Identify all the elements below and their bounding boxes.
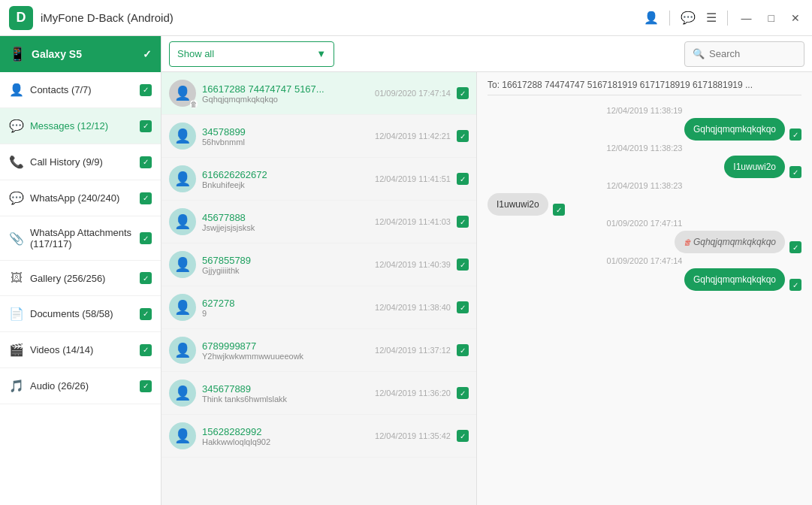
call-history-icon: 📞 (9, 155, 24, 169)
message-item-2[interactable]: 👤 34578899 56hvbnmml 12/04/2019 11:42:21… (161, 115, 476, 158)
filter-bar: Show all ▼ 🔍 (161, 36, 812, 72)
msg-avatar-5: 👤 (169, 251, 196, 278)
minimize-button[interactable]: — (738, 11, 755, 26)
chat-row-4: Gqhqjqmqmkqkqkqo ✓ (488, 268, 801, 291)
msg-avatar-9: 👤 (169, 422, 196, 449)
sidebar-check-whatsapp: ✓ (140, 192, 152, 204)
chat-cb-0[interactable]: ✓ (789, 129, 801, 141)
msg-name-7: 6789999877 (202, 340, 369, 352)
window-controls: 👤 💬 ☰ — □ ✕ (644, 11, 803, 26)
sidebar-items-list: 👤 Contacts (7/7) ✓ 💬 Messages (12/12) ✓ … (0, 72, 161, 505)
sidebar-check-messages: ✓ (140, 120, 152, 132)
maximize-button[interactable]: □ (765, 11, 777, 26)
sidebar-label-whatsapp: WhatsApp (240/240) (30, 192, 134, 204)
chat-panel: To: 16617288 74474747 5167181919 6171718… (477, 72, 812, 505)
message-item-1[interactable]: 👤🗑 16617288 74474747 5167... Gqhqjqmqmkq… (161, 72, 476, 115)
msg-name-2: 34578899 (202, 126, 369, 138)
chat-cb-4[interactable]: ✓ (789, 279, 801, 292)
msg-name-1: 16617288 74474747 5167... (202, 83, 369, 95)
msg-time-7: 12/04/2019 11:37:12 (375, 346, 451, 355)
msg-check-7[interactable]: ✓ (457, 344, 469, 357)
sidebar-label-contacts: Contacts (7/7) (30, 84, 134, 95)
chat-cb-1[interactable]: ✓ (789, 166, 801, 179)
sidebar-label-gallery: Gallery (256/256) (30, 273, 134, 284)
sidebar-item-videos[interactable]: 🎬 Videos (14/14) ✓ (0, 332, 161, 368)
msg-check-3[interactable]: ✓ (457, 173, 469, 186)
msg-name-8: 345677889 (202, 383, 369, 395)
contacts-icon: 👤 (9, 83, 24, 97)
sidebar-item-whatsapp-att[interactable]: 📎 WhatsApp Attachments (117/117) ✓ (0, 216, 161, 261)
msg-check-8[interactable]: ✓ (457, 387, 469, 400)
msg-time-2: 12/04/2019 11:42:21 (375, 132, 451, 141)
chat-bubble-2: I1uwuwi2o (488, 193, 548, 216)
message-item-8[interactable]: 👤 345677889 Think tanks6hwmlslakk 12/04/… (161, 372, 476, 415)
msg-body-7: 6789999877 Y2hwjkwkwmmwwuueeowk (202, 340, 369, 361)
content-area: Show all ▼ 🔍 👤🗑 16617288 74474747 5167..… (161, 36, 812, 505)
msg-name-6: 627278 (202, 298, 369, 309)
chat-to-header: To: 16617288 74474747 5167181919 6171718… (488, 80, 801, 95)
message-item-6[interactable]: 👤 627278 9 12/04/2019 11:38:40 ✓ (161, 286, 476, 329)
chat-cb-3[interactable]: ✓ (789, 241, 801, 254)
menu-icon[interactable]: ☰ (706, 11, 717, 25)
sidebar-item-contacts[interactable]: 👤 Contacts (7/7) ✓ (0, 72, 161, 108)
sidebar-check-videos: ✓ (140, 344, 152, 356)
close-button[interactable]: ✕ (788, 11, 803, 26)
sidebar-check-audio: ✓ (140, 380, 152, 392)
chat-timestamp-4: 01/09/2020 17:47:14 (488, 256, 801, 265)
msg-body-6: 627278 9 (202, 298, 369, 318)
message-item-4[interactable]: 👤 45677888 Jswjjejsjsjsksk 12/04/2019 11… (161, 201, 476, 243)
message-item-5[interactable]: 👤 567855789 Gjjygiiiithk 12/04/2019 11:4… (161, 243, 476, 286)
msg-preview-4: Jswjjejsjsjsksk (202, 223, 369, 232)
msg-check-6[interactable]: ✓ (457, 301, 469, 314)
sidebar-label-documents: Documents (58/58) (30, 308, 134, 319)
message-item-3[interactable]: 👤 616626262672 Bnkuhifeejk 12/04/2019 11… (161, 158, 476, 201)
msg-avatar-4: 👤 (169, 208, 196, 235)
msg-body-4: 45677888 Jswjjejsjsjsksk (202, 212, 369, 232)
msg-avatar-3: 👤 (169, 165, 196, 192)
msg-time-4: 12/04/2019 11:41:03 (375, 217, 451, 226)
msg-preview-9: Hakkwwloqlqlq902 (202, 437, 369, 446)
chat-icon[interactable]: 💬 (681, 11, 696, 25)
deleted-icon-3: 🗑 (684, 238, 693, 246)
chat-cb-2[interactable]: ✓ (553, 204, 565, 216)
sidebar-check-gallery: ✓ (140, 272, 152, 284)
msg-preview-8: Think tanks6hwmlslakk (202, 395, 369, 404)
sidebar-check-call-history: ✓ (140, 156, 152, 168)
message-item-7[interactable]: 👤 6789999877 Y2hwjkwkwmmwwuueeowk 12/04/… (161, 329, 476, 372)
sidebar-check-whatsapp-att: ✓ (140, 232, 152, 244)
msg-check-1[interactable]: ✓ (457, 87, 469, 100)
msg-name-4: 45677888 (202, 212, 369, 223)
msg-body-3: 616626262672 Bnkuhifeejk (202, 169, 369, 189)
chat-bubble-0: Gqhqjqmqmkqkqkqo (684, 118, 785, 141)
sidebar-item-messages[interactable]: 💬 Messages (12/12) ✓ (0, 108, 161, 144)
account-icon[interactable]: 👤 (644, 11, 659, 25)
message-item-9[interactable]: 👤 15628282992 Hakkwwloqlqlq902 12/04/201… (161, 415, 476, 458)
msg-check-5[interactable]: ✓ (457, 259, 469, 271)
sidebar-item-call-history[interactable]: 📞 Call History (9/9) ✓ (0, 144, 161, 180)
app-logo: D (9, 6, 33, 30)
sidebar-item-whatsapp[interactable]: 💬 WhatsApp (240/240) ✓ (0, 180, 161, 216)
msg-body-5: 567855789 Gjjygiiiithk (202, 255, 369, 275)
sidebar-item-documents[interactable]: 📄 Documents (58/58) ✓ (0, 296, 161, 332)
titlebar: D iMyFone D-Back (Android) 👤 💬 ☰ — □ ✕ (0, 0, 812, 36)
sidebar-item-audio[interactable]: 🎵 Audio (26/26) ✓ (0, 368, 161, 404)
msg-check-4[interactable]: ✓ (457, 216, 469, 228)
chat-timestamp-0: 12/04/2019 11:38:19 (488, 106, 801, 115)
filter-dropdown[interactable]: Show all ▼ (169, 41, 334, 67)
device-name: Galaxy S5 (32, 48, 82, 60)
msg-name-3: 616626262672 (202, 169, 369, 180)
msg-name-9: 15628282992 (202, 426, 369, 437)
msg-avatar-1: 👤🗑 (169, 80, 196, 107)
msg-check-2[interactable]: ✓ (457, 130, 469, 143)
msg-time-3: 12/04/2019 11:41:51 (375, 174, 451, 183)
sidebar-label-whatsapp-att: WhatsApp Attachments (117/117) (30, 227, 134, 249)
msg-preview-3: Bnkuhifeejk (202, 180, 369, 189)
sidebar-item-gallery[interactable]: 🖼 Gallery (256/256) ✓ (0, 261, 161, 296)
msg-time-1: 01/09/2020 17:47:14 (375, 89, 451, 98)
msg-check-9[interactable]: ✓ (457, 430, 469, 443)
audio-icon: 🎵 (9, 379, 24, 393)
chat-timestamp-2: 12/04/2019 11:38:23 (488, 181, 801, 190)
search-input[interactable] (709, 48, 799, 59)
documents-icon: 📄 (9, 307, 24, 321)
messages-panel: 👤🗑 16617288 74474747 5167... Gqhqjqmqmkq… (161, 72, 812, 505)
